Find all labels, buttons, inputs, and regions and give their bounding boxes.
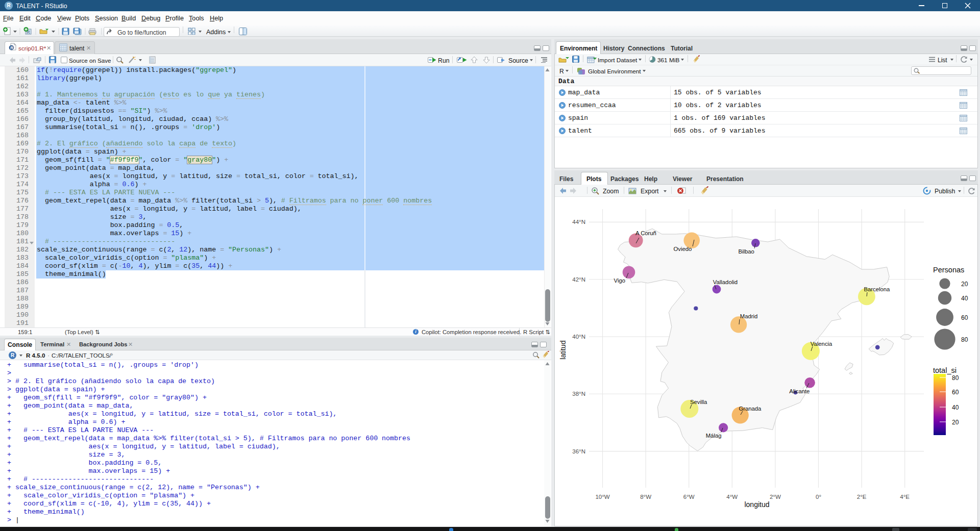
svg-text:0°: 0° bbox=[816, 494, 821, 500]
svg-text:44°N: 44°N bbox=[572, 219, 585, 225]
svg-text:Valencia: Valencia bbox=[811, 341, 832, 347]
svg-text:20: 20 bbox=[952, 419, 959, 426]
svg-text:Oviedo: Oviedo bbox=[674, 246, 692, 252]
svg-text:6°W: 6°W bbox=[683, 494, 695, 500]
svg-text:40°N: 40°N bbox=[572, 334, 585, 340]
svg-text:Barcelona: Barcelona bbox=[864, 286, 890, 292]
svg-text:Valladolid: Valladolid bbox=[713, 279, 738, 285]
svg-text:Sevilla: Sevilla bbox=[690, 399, 707, 405]
svg-text:Málag: Málag bbox=[706, 433, 722, 439]
svg-text:Vigo: Vigo bbox=[614, 277, 625, 284]
svg-text:38°N: 38°N bbox=[572, 391, 585, 397]
svg-text:R: R bbox=[10, 45, 13, 50]
svg-text:2°E: 2°E bbox=[857, 494, 867, 500]
svg-text:60: 60 bbox=[961, 314, 968, 321]
svg-text:Bilbao: Bilbao bbox=[738, 248, 754, 255]
svg-text:20: 20 bbox=[961, 281, 968, 288]
svg-text:80: 80 bbox=[952, 374, 959, 382]
svg-text:2°W: 2°W bbox=[770, 494, 781, 500]
svg-text:40: 40 bbox=[961, 295, 968, 302]
svg-text:60: 60 bbox=[952, 389, 959, 396]
svg-text:longitud: longitud bbox=[744, 500, 769, 509]
svg-text:Granada: Granada bbox=[739, 406, 762, 412]
svg-text:42°N: 42°N bbox=[572, 276, 585, 283]
svg-text:Alicante: Alicante bbox=[789, 388, 810, 394]
svg-text:A Coruñ: A Coruñ bbox=[635, 230, 656, 236]
svg-text:Madrid: Madrid bbox=[740, 313, 758, 319]
svg-text:8°W: 8°W bbox=[640, 494, 651, 500]
svg-text:80: 80 bbox=[961, 336, 968, 343]
svg-text:Personas: Personas bbox=[933, 266, 964, 274]
svg-text:4°W: 4°W bbox=[726, 494, 738, 500]
svg-text:10°W: 10°W bbox=[595, 494, 609, 500]
svg-text:latitud: latitud bbox=[559, 340, 567, 359]
svg-text:36°N: 36°N bbox=[572, 448, 585, 454]
svg-text:4°E: 4°E bbox=[900, 494, 910, 500]
svg-text:40: 40 bbox=[952, 404, 959, 411]
svg-text:total_si: total_si bbox=[933, 366, 957, 374]
